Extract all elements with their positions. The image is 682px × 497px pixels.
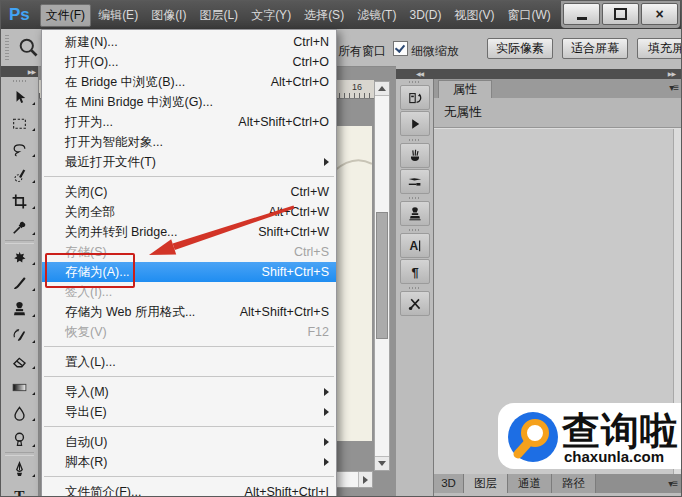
file-menu-item[interactable]: 导出(E) (42, 402, 336, 422)
file-menu-item[interactable]: 存储为(A)...Shift+Ctrl+S (42, 262, 336, 282)
panel-menu-icon[interactable]: ▾≡ (669, 82, 678, 93)
menubar-item[interactable]: 选择(S) (298, 4, 350, 27)
clone-source-panel-button[interactable] (400, 201, 430, 226)
file-menu-item[interactable]: 最近打开文件(T) (42, 152, 336, 172)
pen-tool[interactable] (1, 456, 38, 482)
tool-presets-panel-button[interactable] (400, 291, 430, 316)
lasso-tool[interactable] (1, 136, 38, 162)
brush-panel-panel-button[interactable] (400, 143, 430, 168)
tab-通道[interactable]: 通道 (508, 474, 552, 493)
check-icon (395, 42, 405, 53)
scrubby-zoom-checkbox[interactable] (393, 41, 408, 56)
rectangular-marquee-tool[interactable] (1, 110, 38, 136)
eyedropper-tool[interactable] (1, 214, 38, 240)
file-menu-item[interactable]: 关闭(C)Ctrl+W (42, 182, 336, 202)
dock-group-grip[interactable] (396, 285, 433, 290)
maximize-button[interactable] (602, 3, 639, 25)
tab-properties[interactable]: 属性 (438, 80, 492, 98)
actual-pixels-button[interactable]: 实际像素 (487, 38, 553, 59)
gradient-tool[interactable] (1, 374, 38, 400)
dodge-tool-icon (11, 431, 28, 448)
tools-panel-grip[interactable] (1, 77, 38, 84)
tab-3D[interactable]: 3D (434, 474, 464, 493)
tools-panel-header[interactable]: ▶▶ (1, 66, 38, 77)
paragraph-panel-icon: ¶ (407, 264, 423, 280)
character-panel-button[interactable]: A (400, 233, 430, 258)
actions-panel-button[interactable] (400, 111, 430, 136)
fill-screen-button[interactable]: 填充屏幕 (637, 38, 682, 59)
layers-panel-menu-icon[interactable]: ▾≡ (668, 478, 677, 489)
vertical-scrollbar-thumb[interactable] (376, 212, 388, 339)
menubar-item[interactable]: 3D(D) (403, 5, 447, 25)
move-tool[interactable] (1, 84, 38, 110)
history-panel-button[interactable] (400, 85, 430, 110)
submenu-arrow-icon (324, 388, 329, 396)
menu-item-shortcut: F12 (307, 325, 329, 339)
file-menu-item[interactable]: 脚本(R) (42, 452, 336, 472)
scroll-up-icon[interactable] (375, 82, 389, 96)
brush-presets-panel-button[interactable] (400, 169, 430, 194)
menu-item-shortcut: Ctrl+N (293, 35, 329, 49)
brush-tool[interactable] (1, 270, 38, 296)
fit-screen-button[interactable]: 适合屏幕 (562, 38, 628, 59)
file-menu-item[interactable]: 关闭并转到 Bridge...Shift+Ctrl+W (42, 222, 336, 242)
menubar-item[interactable]: 编辑(E) (92, 4, 144, 27)
expand-dock-icon[interactable]: ◀◀ (416, 71, 423, 77)
eyedropper-tool-icon (11, 219, 28, 236)
quick-selection-tool-icon (11, 167, 28, 184)
scroll-down-icon[interactable] (375, 456, 389, 470)
file-menu-item[interactable]: 在 Bridge 中浏览(B)...Alt+Ctrl+O (42, 72, 336, 92)
file-menu-item[interactable]: 打开(O)...Ctrl+O (42, 52, 336, 72)
file-menu-item[interactable]: 存储为 Web 所用格式...Alt+Shift+Ctrl+S (42, 302, 336, 322)
crop-tool-icon (11, 193, 28, 210)
dodge-tool[interactable] (1, 426, 38, 452)
menu-item-label: 导出(E) (65, 404, 306, 421)
vertical-scrollbar[interactable] (374, 81, 390, 471)
dock-group-grip[interactable] (396, 227, 433, 232)
tab-图层[interactable]: 图层 (464, 474, 508, 493)
dock-group-grip[interactable] (396, 195, 433, 200)
collapse-panel-icon: ▶▶ (28, 69, 35, 75)
tab-路径[interactable]: 路径 (552, 474, 596, 493)
scroll-right-icon[interactable] (358, 472, 372, 487)
menubar-item[interactable]: 滤镜(T) (351, 4, 402, 27)
blur-tool[interactable] (1, 400, 38, 426)
watermark-logo-icon (504, 406, 564, 468)
menubar-item[interactable]: 图层(L) (193, 4, 244, 27)
file-menu-item[interactable]: 文件简介(F)...Alt+Shift+Ctrl+I (42, 482, 336, 497)
quick-selection-tool[interactable] (1, 162, 38, 188)
menubar-item[interactable]: 文件(F) (40, 4, 91, 27)
dock-group-grip[interactable] (396, 79, 433, 84)
file-menu-item[interactable]: 打开为智能对象... (42, 132, 336, 152)
crop-tool[interactable] (1, 188, 38, 214)
minimize-button[interactable] (563, 3, 600, 25)
menubar-item[interactable]: 文字(Y) (245, 4, 297, 27)
file-menu-item[interactable]: 导入(M) (42, 382, 336, 402)
brush-panel-panel-icon (407, 148, 423, 164)
menubar-item[interactable]: 图像(I) (145, 4, 192, 27)
type-tool[interactable]: T (1, 482, 38, 497)
collapse-dock-icon[interactable]: ▶▶ (668, 71, 675, 77)
tool-presets-panel-icon (407, 296, 423, 312)
svg-text:T: T (14, 487, 25, 497)
file-menu-item[interactable]: 新建(N)...Ctrl+N (42, 32, 336, 52)
spot-healing-tool[interactable] (1, 244, 38, 270)
paragraph-panel-button[interactable]: ¶ (400, 259, 430, 284)
collapsed-panels-dock: A¶ (396, 79, 434, 497)
close-button[interactable]: × (641, 3, 678, 25)
eraser-tool[interactable] (1, 348, 38, 374)
history-brush-tool[interactable] (1, 322, 38, 348)
file-menu-item[interactable]: 置入(L)... (42, 352, 336, 372)
file-menu-item[interactable]: 自动(U) (42, 432, 336, 452)
submenu-arrow-icon (324, 158, 329, 166)
zoom-tool-icon[interactable] (17, 36, 39, 58)
menu-item-label: 打开为... (65, 114, 228, 131)
dock-group-grip[interactable] (396, 137, 433, 142)
menu-item-label: 打开(O)... (65, 54, 283, 71)
file-menu-item[interactable]: 在 Mini Bridge 中浏览(G)... (42, 92, 336, 112)
clone-stamp-tool[interactable] (1, 296, 38, 322)
file-menu-item[interactable]: 关闭全部Alt+Ctrl+W (42, 202, 336, 222)
menubar-item[interactable]: 视图(V) (448, 4, 500, 27)
menubar-item[interactable]: 窗口(W) (501, 4, 556, 27)
file-menu-item[interactable]: 打开为...Alt+Shift+Ctrl+O (42, 112, 336, 132)
